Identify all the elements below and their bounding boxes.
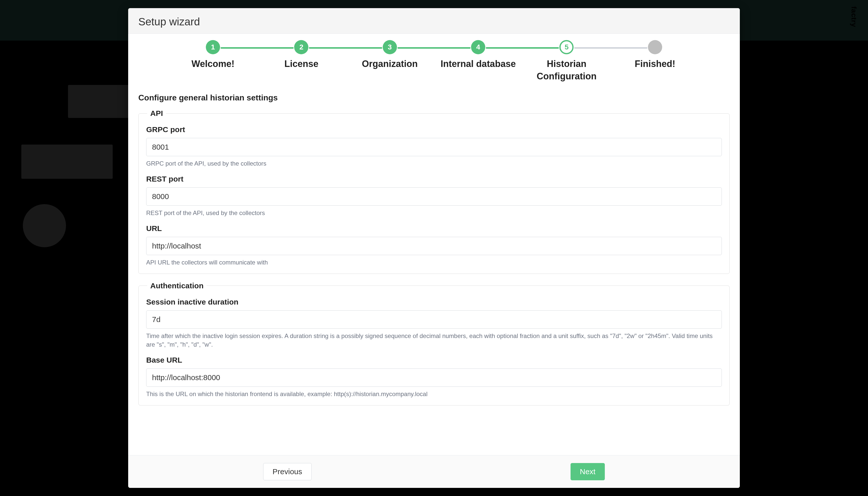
step-historian-configuration: 5 HistorianConfiguration <box>522 40 611 82</box>
setup-wizard-modal: Setup wizard 1 Welcome! 2 License 3 Orga… <box>128 8 740 488</box>
step-number: 3 <box>383 40 397 54</box>
step-number: 4 <box>471 40 485 54</box>
url-label: URL <box>146 224 722 233</box>
url-help: API URL the collectors will communicate … <box>146 258 722 267</box>
fieldset-authentication: Authentication Session inactive duration… <box>138 281 730 405</box>
rest-port-label: REST port <box>146 175 722 183</box>
step-label: License <box>284 58 318 70</box>
rest-port-help: REST port of the API, used by the collec… <box>146 209 722 218</box>
grpc-port-label: GRPC port <box>146 125 722 134</box>
wizard-stepper: 1 Welcome! 2 License 3 Organization 4 In… <box>138 34 730 88</box>
step-number <box>648 40 662 54</box>
step-internal-database: 4 Internal database <box>434 40 522 70</box>
step-organization: 3 Organization <box>346 40 434 70</box>
field-url: URL API URL the collectors will communic… <box>146 224 722 267</box>
step-label: HistorianConfiguration <box>537 58 597 82</box>
base-url-input[interactable] <box>146 369 722 387</box>
step-label: Finished! <box>635 58 675 70</box>
step-label: Internal database <box>440 58 516 70</box>
field-grpc-port: GRPC port GRPC port of the API, used by … <box>146 125 722 168</box>
grpc-port-input[interactable] <box>146 138 722 156</box>
grpc-port-help: GRPC port of the API, used by the collec… <box>146 159 722 168</box>
step-license: 2 License <box>257 40 345 70</box>
rest-port-input[interactable] <box>146 187 722 206</box>
field-base-url: Base URL This is the URL on which the hi… <box>146 356 722 399</box>
modal-title: Setup wizard <box>138 16 730 28</box>
modal-footer: Previous Next <box>128 455 740 488</box>
step-number: 2 <box>294 40 308 54</box>
field-session-inactive-duration: Session inactive duration Time after whi… <box>146 298 722 350</box>
section-subtitle: Configure general historian settings <box>138 88 730 109</box>
fieldset-legend: Authentication <box>147 281 207 290</box>
field-rest-port: REST port REST port of the API, used by … <box>146 175 722 218</box>
modal-header: Setup wizard <box>128 8 740 34</box>
step-finished: Finished! <box>611 40 699 70</box>
next-button[interactable]: Next <box>571 463 605 480</box>
fieldset-legend: API <box>147 109 166 118</box>
session-inactive-input[interactable] <box>146 310 722 329</box>
base-url-label: Base URL <box>146 356 722 365</box>
step-label: Welcome! <box>191 58 234 70</box>
fieldset-api: API GRPC port GRPC port of the API, used… <box>138 109 730 274</box>
url-input[interactable] <box>146 237 722 255</box>
previous-button[interactable]: Previous <box>263 463 312 480</box>
base-url-help: This is the URL on which the historian f… <box>146 390 722 399</box>
step-welcome: 1 Welcome! <box>169 40 257 70</box>
modal-body[interactable]: 1 Welcome! 2 License 3 Organization 4 In… <box>128 34 740 455</box>
step-label: Organization <box>362 58 418 70</box>
session-inactive-help: Time after which the inactive login sess… <box>146 332 722 350</box>
session-inactive-label: Session inactive duration <box>146 298 722 306</box>
step-number: 1 <box>206 40 220 54</box>
step-number: 5 <box>559 40 573 54</box>
